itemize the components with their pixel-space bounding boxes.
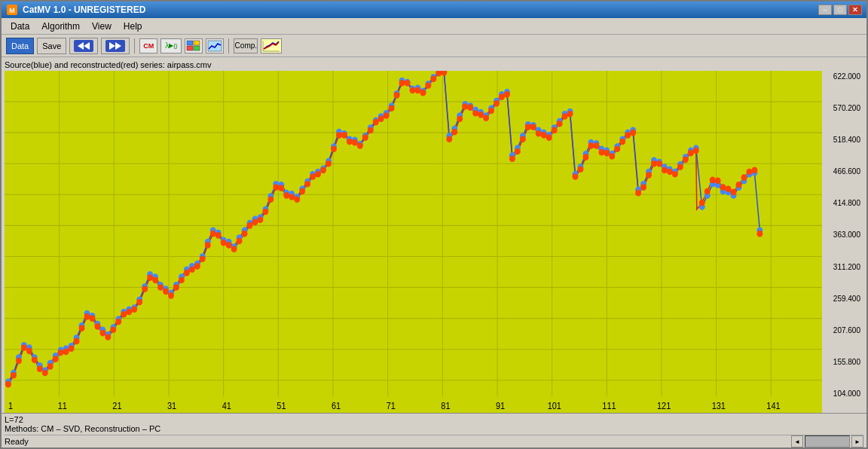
y-label-4: 466.600 <box>824 167 863 176</box>
svg-point-292 <box>577 166 583 173</box>
separator-1 <box>134 38 135 53</box>
svg-point-255 <box>384 112 390 119</box>
svg-point-281 <box>520 136 526 142</box>
comp-button[interactable]: Comp. <box>234 38 258 53</box>
svg-point-317 <box>710 177 716 184</box>
svg-point-191 <box>47 363 53 370</box>
svg-point-295 <box>593 142 599 149</box>
svg-point-324 <box>746 169 752 176</box>
svg-point-263 <box>425 82 431 89</box>
svg-point-262 <box>420 90 426 96</box>
svg-point-273 <box>478 111 484 118</box>
svg-point-302 <box>630 130 636 136</box>
svg-text:11: 11 <box>58 401 67 410</box>
svg-point-303 <box>635 190 641 197</box>
svg-point-193 <box>58 350 64 356</box>
svg-point-298 <box>609 153 615 160</box>
svg-point-286 <box>546 134 552 141</box>
svg-text:61: 61 <box>332 401 341 410</box>
svg-text:41: 41 <box>222 401 231 410</box>
minimize-button[interactable]: – <box>818 5 832 15</box>
scroll-track[interactable] <box>805 435 850 447</box>
svg-point-201 <box>99 330 105 337</box>
y-label-2: 570.200 <box>824 104 863 112</box>
svg-point-300 <box>619 139 625 145</box>
box-button[interactable] <box>185 38 203 53</box>
svg-point-213 <box>163 289 169 295</box>
save-button[interactable]: Save <box>37 38 66 54</box>
svg-point-254 <box>378 115 384 122</box>
svg-point-198 <box>84 313 90 320</box>
svg-point-250 <box>357 142 363 149</box>
menu-help[interactable]: Help <box>118 20 148 33</box>
close-button[interactable]: ✕ <box>848 5 862 15</box>
chart2-button[interactable] <box>206 38 224 53</box>
svg-point-269 <box>457 115 463 122</box>
svg-point-235 <box>278 185 284 191</box>
svg-point-192 <box>53 356 59 362</box>
svg-point-185 <box>16 357 22 364</box>
svg-point-223 <box>215 232 222 239</box>
lambda-button[interactable]: λ▶{} <box>160 38 182 53</box>
arrow-right-button[interactable] <box>101 38 130 54</box>
svg-point-282 <box>525 124 531 130</box>
svg-point-211 <box>152 276 158 283</box>
data-button[interactable]: Data <box>6 38 34 54</box>
svg-point-215 <box>173 284 179 291</box>
svg-point-253 <box>373 119 379 126</box>
y-label-3: 518.400 <box>824 136 863 144</box>
svg-text:21: 21 <box>112 401 121 410</box>
chart-wrapper: 1 11 21 31 41 51 61 71 81 91 101 111 121… <box>5 71 863 413</box>
svg-rect-13 <box>261 39 281 53</box>
svg-point-279 <box>509 155 515 162</box>
svg-point-217 <box>184 270 190 276</box>
svg-point-222 <box>210 231 216 237</box>
svg-point-248 <box>347 139 353 145</box>
svg-point-284 <box>536 130 542 137</box>
menu-view[interactable]: View <box>86 20 118 33</box>
svg-text:131: 131 <box>712 401 726 410</box>
scroll-right-button[interactable]: ► <box>851 435 863 447</box>
svg-text:101: 101 <box>548 401 561 410</box>
svg-point-325 <box>751 167 757 174</box>
svg-rect-12 <box>208 41 222 51</box>
info-line1: L=72 <box>5 415 863 424</box>
toolbar: Data Save CM λ▶{} <box>2 35 866 57</box>
svg-text:111: 111 <box>602 401 616 410</box>
svg-point-246 <box>336 132 342 139</box>
svg-point-227 <box>237 238 243 245</box>
svg-point-237 <box>289 194 295 200</box>
arrow-left-button[interactable] <box>69 38 98 54</box>
svg-point-232 <box>262 209 268 215</box>
menu-data[interactable]: Data <box>5 20 35 33</box>
menu-algorithm[interactable]: Algorithm <box>35 20 86 33</box>
svg-point-291 <box>573 173 579 180</box>
svg-point-288 <box>557 121 563 127</box>
svg-point-226 <box>231 246 237 252</box>
y-label-6: 363.000 <box>824 231 863 239</box>
svg-point-204 <box>115 319 121 325</box>
svg-point-245 <box>331 145 337 152</box>
svg-point-267 <box>446 136 452 142</box>
svg-point-271 <box>467 104 473 111</box>
svg-point-219 <box>194 263 200 270</box>
svg-point-277 <box>499 93 505 100</box>
svg-point-290 <box>567 111 573 118</box>
svg-point-320 <box>726 185 732 192</box>
svg-point-209 <box>142 286 148 292</box>
maximize-button[interactable]: □ <box>833 5 847 15</box>
svg-text:1: 1 <box>8 401 13 410</box>
svg-point-326 <box>756 231 763 237</box>
svg-point-210 <box>147 274 153 281</box>
svg-point-197 <box>79 325 85 331</box>
view-chart-button[interactable] <box>261 38 282 53</box>
svg-point-225 <box>226 242 232 249</box>
y-axis: 622.000 570.200 518.400 466.600 414.800 … <box>822 71 863 413</box>
scroll-left-button[interactable]: ◄ <box>791 435 803 447</box>
cm-button[interactable]: CM <box>139 38 157 53</box>
svg-point-212 <box>157 284 164 291</box>
svg-point-249 <box>352 139 358 146</box>
svg-point-274 <box>483 115 489 121</box>
svg-text:51: 51 <box>277 401 286 410</box>
svg-text:121: 121 <box>657 401 671 410</box>
